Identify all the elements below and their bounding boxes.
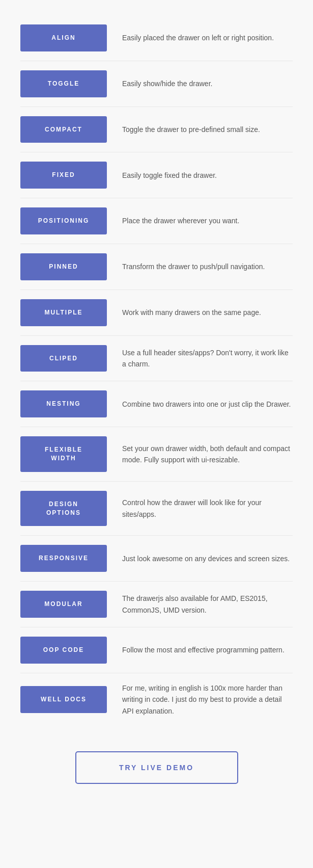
feature-badge-modular: MODULAR — [20, 591, 107, 618]
feature-badge-design-options: DESIGN OPTIONS — [20, 491, 107, 527]
feature-description-well-docs: For me, writing in english is 100x more … — [107, 682, 293, 717]
feature-item-align: ALIGNEasily placed the drawer on left or… — [20, 15, 293, 61]
feature-badge-compact: COMPACT — [20, 116, 107, 143]
feature-description-compact: Toggle the drawer to pre-defined small s… — [107, 124, 293, 135]
feature-description-align: Easily placed the drawer on left or righ… — [107, 32, 293, 43]
feature-badge-align: ALIGN — [20, 24, 107, 51]
feature-item-flexible-width: FLEXIBLE WIDTHSet your own drawer width,… — [20, 427, 293, 482]
feature-item-toggle: TOGGLEEasily show/hide the drawer. — [20, 61, 293, 107]
feature-description-nesting: Combine two drawers into one or just cli… — [107, 399, 293, 410]
feature-item-pinned: PINNEDTransform the drawer to push/pull … — [20, 244, 293, 290]
feature-list: ALIGNEasily placed the drawer on left or… — [20, 15, 293, 726]
feature-badge-oop-code: OOP CODE — [20, 637, 107, 664]
feature-item-modular: MODULARThe drawerjs also available for A… — [20, 582, 293, 627]
try-live-demo-button[interactable]: TRY LIVE DEMO — [75, 751, 238, 784]
feature-item-responsive: RESPONSIVEJust look awesome on any devic… — [20, 536, 293, 582]
feature-badge-cliped: CLIPED — [20, 345, 107, 372]
feature-badge-positioning: POSITIONING — [20, 207, 107, 234]
feature-badge-responsive: RESPONSIVE — [20, 545, 107, 572]
feature-badge-flexible-width: FLEXIBLE WIDTH — [20, 436, 107, 472]
feature-item-design-options: DESIGN OPTIONSControl how the drawer wil… — [20, 482, 293, 536]
feature-item-oop-code: OOP CODEFollow the most and effective pr… — [20, 627, 293, 673]
feature-description-flexible-width: Set your own drawer width, both default … — [107, 443, 293, 466]
feature-badge-fixed: FIXED — [20, 162, 107, 189]
feature-description-positioning: Place the drawer wherever you want. — [107, 215, 293, 226]
feature-badge-nesting: NESTING — [20, 390, 107, 417]
feature-description-cliped: Use a full header sites/apps? Don't worr… — [107, 347, 293, 370]
feature-badge-toggle: TOGGLE — [20, 70, 107, 97]
feature-description-pinned: Transform the drawer to push/pull naviga… — [107, 261, 293, 272]
feature-description-design-options: Control how the drawer will look like fo… — [107, 497, 293, 520]
feature-badge-well-docs: WELL DOCS — [20, 686, 107, 713]
feature-item-cliped: CLIPEDUse a full header sites/apps? Don'… — [20, 336, 293, 382]
feature-description-responsive: Just look awesome on any devices and scr… — [107, 553, 293, 564]
feature-item-well-docs: WELL DOCSFor me, writing in english is 1… — [20, 673, 293, 726]
feature-item-multiple: MULTIPLEWork with many drawers on the sa… — [20, 290, 293, 336]
feature-item-fixed: FIXEDEasily toggle fixed the drawer. — [20, 152, 293, 198]
feature-badge-multiple: MULTIPLE — [20, 299, 107, 326]
feature-item-nesting: NESTINGCombine two drawers into one or j… — [20, 381, 293, 427]
feature-description-oop-code: Follow the most and effective programmin… — [107, 644, 293, 655]
feature-item-positioning: POSITIONINGPlace the drawer wherever you… — [20, 198, 293, 244]
feature-description-fixed: Easily toggle fixed the drawer. — [107, 170, 293, 181]
demo-section: TRY LIVE DEMO — [20, 726, 293, 794]
feature-description-modular: The drawerjs also available for AMD, ES2… — [107, 593, 293, 616]
feature-item-compact: COMPACTToggle the drawer to pre-defined … — [20, 107, 293, 153]
feature-description-toggle: Easily show/hide the drawer. — [107, 78, 293, 89]
feature-description-multiple: Work with many drawers on the same page. — [107, 307, 293, 318]
feature-badge-pinned: PINNED — [20, 253, 107, 280]
